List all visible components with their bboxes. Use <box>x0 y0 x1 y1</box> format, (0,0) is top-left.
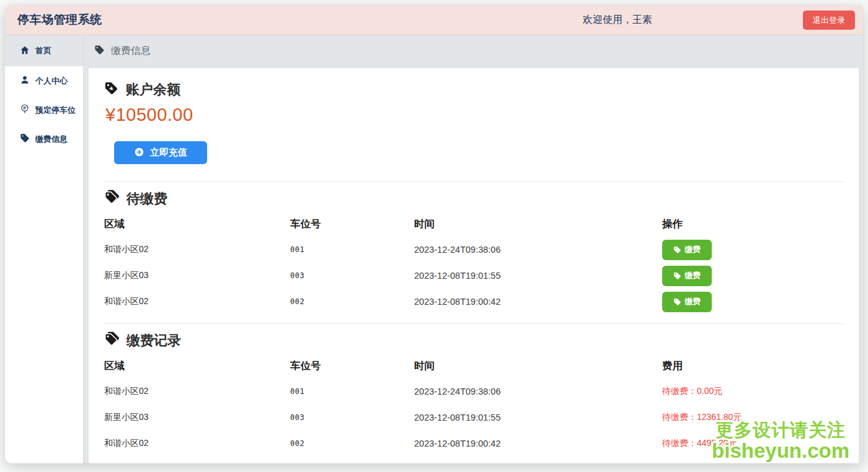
sidebar-item-home[interactable]: 首页 <box>5 35 83 66</box>
section-divider <box>104 181 844 182</box>
app-header: 停车场管理系统 欢迎使用，王素 退出登录 <box>5 5 863 35</box>
column-header-area: 区域 <box>104 359 290 373</box>
pending-table-header: 区域 车位号 时间 操作 <box>104 212 844 237</box>
area-cell: 和谐小区02 <box>104 386 290 397</box>
user-icon <box>20 75 30 87</box>
area-cell: 和谐小区02 <box>104 244 290 255</box>
sidebar-item-reserve-parking[interactable]: P 预定停车位 <box>5 95 83 125</box>
spot-cell: 001 <box>290 245 414 254</box>
welcome-text: 欢迎使用，王素 <box>583 5 652 35</box>
svg-text:P: P <box>24 106 27 110</box>
sidebar-item-label: 缴费信息 <box>35 134 68 145</box>
fee-cell: 待缴费：0.00元 <box>662 386 844 397</box>
parking-icon: P <box>20 104 30 116</box>
time-cell: 2023-12-08T19:00:42 <box>414 439 662 448</box>
spot-cell: 002 <box>290 439 414 448</box>
pending-table-row: 新里小区03 003 2023-12-08T19:01:55 缴费 <box>104 263 844 289</box>
time-cell: 2023-12-08T19:01:55 <box>414 271 662 281</box>
area-cell: 和谐小区02 <box>104 296 290 307</box>
sidebar-item-profile[interactable]: 个人中心 <box>5 66 83 95</box>
column-header-spot: 车位号 <box>290 359 414 373</box>
spot-cell: 001 <box>290 387 414 396</box>
section-divider <box>104 323 844 324</box>
plus-circle-icon <box>134 147 144 159</box>
recharge-button[interactable]: 立即充值 <box>114 141 207 164</box>
tags-icon <box>104 190 119 208</box>
records-table-row: 和谐小区02 001 2023-12-08T19:00:41 缴费：0.00元 <box>104 457 844 463</box>
pay-button[interactable]: 缴费 <box>662 240 712 260</box>
area-cell: 和谐小区02 <box>104 438 290 449</box>
time-cell: 2023-12-24T09:38:06 <box>414 245 662 255</box>
price-tag-icon: ¥ <box>104 81 118 99</box>
tag-icon <box>94 45 105 58</box>
sidebar-item-label: 个人中心 <box>35 76 68 87</box>
spot-cell: 003 <box>290 271 414 280</box>
balance-amount: ¥10500.00 <box>105 105 844 125</box>
records-table-row: 和谐小区02 002 2023-12-08T19:00:42 待缴费：4495.… <box>104 430 844 457</box>
area-cell: 新里小区03 <box>104 412 290 423</box>
time-cell: 2023-12-08T19:01:55 <box>414 413 662 422</box>
sidebar-item-payment-info[interactable]: 缴费信息 <box>5 125 83 154</box>
fee-cell: 待缴费：4495.20元 <box>662 438 844 449</box>
area-cell: 新里小区03 <box>104 270 290 281</box>
app-window: 停车场管理系统 欢迎使用，王素 退出登录 首页 个人中心 P <box>5 5 863 463</box>
column-header-time: 时间 <box>414 217 662 231</box>
app-title: 停车场管理系统 <box>17 12 102 28</box>
column-header-action: 操作 <box>662 217 844 231</box>
column-header-spot: 车位号 <box>290 217 414 231</box>
pending-table-row: 和谐小区02 001 2023-12-24T09:38:06 缴费 <box>104 237 844 263</box>
pay-button[interactable]: 缴费 <box>662 266 712 286</box>
spot-cell: 003 <box>290 413 414 422</box>
column-header-time: 时间 <box>414 359 662 373</box>
records-section-title: 缴费记录 <box>104 331 844 350</box>
breadcrumb-label: 缴费信息 <box>111 45 151 58</box>
column-header-fee: 费用 <box>662 359 844 373</box>
logout-button[interactable]: 退出登录 <box>803 11 855 30</box>
records-table-row: 和谐小区02 001 2023-12-24T09:38:06 待缴费：0.00元 <box>104 378 844 404</box>
pending-section-title: 待缴费 <box>104 190 844 208</box>
records-table-row: 新里小区03 003 2023-12-08T19:01:55 待缴费：12361… <box>104 404 844 430</box>
time-cell: 2023-12-24T09:38:06 <box>414 387 662 396</box>
pending-table-row: 和谐小区02 002 2023-12-08T19:00:42 缴费 <box>104 289 844 315</box>
pay-button[interactable]: 缴费 <box>662 292 712 312</box>
records-table-header: 区域 车位号 时间 费用 <box>104 354 844 378</box>
tag-icon <box>20 133 30 145</box>
sidebar: 首页 个人中心 P 预定停车位 缴费信息 <box>5 35 84 463</box>
sidebar-item-label: 预定停车位 <box>35 105 76 116</box>
spot-cell: 002 <box>290 297 414 306</box>
column-header-area: 区域 <box>104 217 290 231</box>
balance-section-title: ¥ 账户余额 <box>104 81 844 99</box>
fee-cell: 待缴费：12361.80元 <box>662 412 844 423</box>
sidebar-item-label: 首页 <box>35 45 51 56</box>
content-area: 缴费信息 ¥ 账户余额 ¥10500.00 立即充值 <box>84 35 863 463</box>
time-cell: 2023-12-08T19:00:42 <box>414 297 662 307</box>
tags-icon <box>104 331 119 350</box>
main-card: ¥ 账户余额 ¥10500.00 立即充值 待缴费 <box>89 68 859 463</box>
breadcrumb: 缴费信息 <box>84 35 863 66</box>
home-icon <box>20 45 30 57</box>
